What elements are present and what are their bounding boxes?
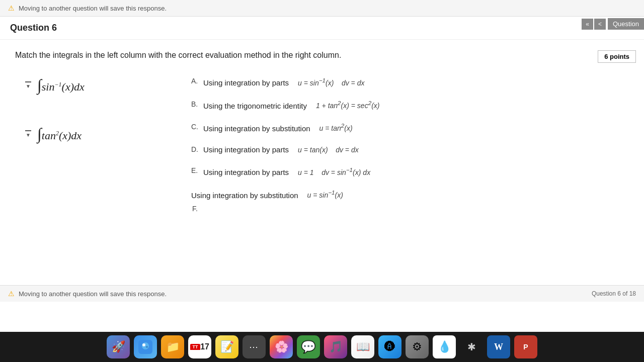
- option-a-text: Using integration by parts u = sin−1(x) …: [203, 76, 364, 88]
- option-c-math: u = tan2(x): [315, 124, 353, 132]
- option-e: E. Using integration by parts u = 1 dv =…: [191, 165, 629, 178]
- option-b-math: 1 + tan2(x) = sec2(x): [312, 102, 379, 110]
- integral-item-1[interactable]: ▼ ∫sin−1(x)dx: [25, 76, 176, 95]
- chevron-down-2: ▼: [26, 132, 31, 138]
- integral-expr-2: ∫tan2(x)dx: [37, 125, 82, 143]
- option-e-letter: E.: [191, 165, 200, 174]
- option-d-letter: D.: [191, 144, 200, 153]
- dock-word[interactable]: W: [487, 335, 510, 358]
- option-a-letter: A.: [191, 76, 200, 85]
- bottom-banner-text: Moving to another question will save thi…: [19, 290, 167, 298]
- option-f-text: Using integration by substitution u = si…: [191, 189, 343, 201]
- nav-back-button[interactable]: <: [594, 19, 606, 30]
- chevron-down-1: ▼: [26, 83, 31, 89]
- question-instruction: Match the integrals in the left column w…: [15, 50, 629, 61]
- question-label-top: Question: [608, 18, 644, 30]
- svg-point-3: [146, 346, 148, 348]
- matching-area: ▼ ∫sin−1(x)dx ▼ ∫tan2(x)dx: [15, 76, 629, 213]
- finder-icon: [138, 340, 152, 354]
- dropdown-indicator-1: ▼: [25, 81, 31, 89]
- option-b-text: Using the trigonometric identity 1 + tan…: [203, 99, 379, 112]
- option-a: A. Using integration by parts u = sin−1(…: [191, 76, 629, 88]
- option-f-math: u = sin−1(x): [303, 191, 343, 199]
- top-banner-text: Moving to another question will save thi…: [19, 5, 167, 12]
- option-e-math: u = 1 dv = sin−1(x) dx: [294, 168, 370, 176]
- option-b-letter: B.: [191, 99, 200, 108]
- option-d-text: Using integration by parts u = tan(x) dv…: [203, 144, 359, 156]
- dash-2: [25, 130, 31, 131]
- question-counter-bottom: Question 6 of 18: [592, 290, 636, 297]
- dock-dropbox[interactable]: 💧: [433, 335, 456, 358]
- top-banner: ⚠ Moving to another question will save t…: [0, 0, 644, 17]
- question-body: Match the integrals in the left column w…: [0, 40, 644, 223]
- integral-item-2[interactable]: ▼ ∫tan2(x)dx: [25, 125, 176, 143]
- dock: 🚀 📁 TT 17 📝 ⋯ 🌸 💬 🎵 📖 🅐 ⚙ 💧 ✱ W P: [0, 332, 644, 362]
- top-right-controls: « < Question: [582, 18, 644, 30]
- option-d: D. Using integration by parts u = tan(x)…: [191, 144, 629, 156]
- nav-arrows: « <: [582, 19, 606, 30]
- option-e-text: Using integration by parts u = 1 dv = si…: [203, 165, 370, 178]
- option-c-letter: C.: [191, 122, 200, 131]
- svg-point-2: [142, 343, 145, 346]
- dock-launchpad[interactable]: 🚀: [107, 335, 130, 358]
- bottom-warning-icon: ⚠: [8, 290, 15, 298]
- dock-bluetooth[interactable]: ✱: [460, 335, 483, 358]
- dock-powerpoint[interactable]: P: [514, 335, 537, 358]
- option-b: B. Using the trigonometric identity 1 + …: [191, 99, 629, 112]
- bottom-banner: ⚠ Moving to another question will save t…: [0, 285, 644, 302]
- dock-photos[interactable]: 🌸: [270, 335, 293, 358]
- integral-expr-1: ∫sin−1(x)dx: [37, 76, 85, 95]
- option-c-text: Using integration by substitution u = ta…: [203, 122, 353, 134]
- question-header: Question 6: [0, 17, 644, 40]
- dock-calendar[interactable]: TT 17: [188, 335, 211, 358]
- question-number: Question 6: [10, 23, 57, 33]
- nav-prev-button[interactable]: «: [582, 19, 593, 30]
- dock-apps[interactable]: ⋯: [243, 335, 266, 358]
- option-a-math: u = sin−1(x) dv = dx: [294, 79, 364, 87]
- option-d-math: u = tan(x) dv = dx: [294, 146, 358, 154]
- option-f: Using integration by substitution u = si…: [191, 189, 629, 201]
- option-f-letter: F.: [192, 204, 198, 213]
- warning-icon: ⚠: [8, 4, 15, 12]
- left-column: ▼ ∫sin−1(x)dx ▼ ∫tan2(x)dx: [15, 76, 176, 213]
- right-column: A. Using integration by parts u = sin−1(…: [176, 76, 629, 213]
- dock-messages[interactable]: 💬: [297, 335, 320, 358]
- dock-appstore[interactable]: 🅐: [378, 335, 401, 358]
- dock-folder[interactable]: 📁: [161, 335, 184, 358]
- dropdown-indicator-2: ▼: [25, 130, 31, 138]
- dock-music[interactable]: 🎵: [324, 335, 347, 358]
- dock-finder[interactable]: [134, 335, 157, 358]
- dock-settings[interactable]: ⚙: [406, 335, 429, 358]
- option-c: C. Using integration by substitution u =…: [191, 122, 629, 134]
- dash-1: [25, 81, 31, 82]
- dock-books[interactable]: 📖: [351, 335, 374, 358]
- dock-notes[interactable]: 📝: [215, 335, 238, 358]
- main-content: ⚠ Moving to another question will save t…: [0, 0, 644, 332]
